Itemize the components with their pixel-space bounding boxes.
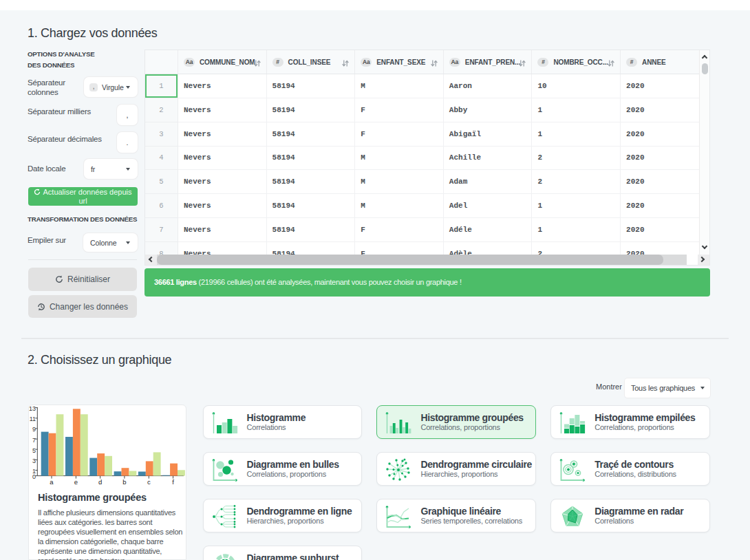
- svg-text:e: e: [74, 478, 78, 486]
- svg-text:3: 3: [32, 457, 36, 464]
- svg-text:7: 7: [32, 437, 36, 444]
- svg-text:d: d: [98, 478, 102, 486]
- svg-text:c: c: [147, 478, 151, 486]
- svg-text:b: b: [122, 478, 126, 486]
- svg-text:5: 5: [32, 447, 36, 454]
- svg-text:13: 13: [29, 405, 36, 412]
- svg-text:11: 11: [30, 416, 36, 422]
- svg-text:a: a: [50, 478, 54, 486]
- svg-text:9: 9: [32, 426, 36, 433]
- svg-text:1: 1: [32, 468, 36, 475]
- svg-text:f: f: [172, 478, 174, 486]
